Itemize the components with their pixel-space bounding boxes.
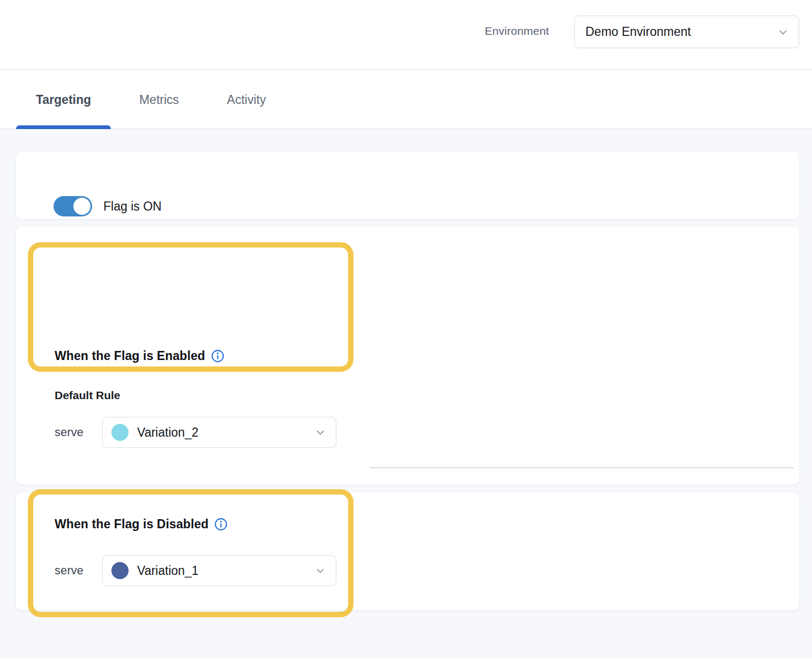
tab-activity[interactable]: Activity <box>211 70 282 129</box>
enabled-section-title: When the Flag is Enabled <box>55 349 205 363</box>
tab-activity-label: Activity <box>227 93 266 107</box>
header-bar: Environment Demo Environment <box>0 0 812 70</box>
info-icon[interactable] <box>214 518 228 531</box>
active-tab-underline <box>16 125 111 129</box>
tab-metrics-label: Metrics <box>139 93 179 107</box>
variation-2-dropdown[interactable]: Variation_2 <box>102 417 336 448</box>
section-divider <box>370 467 794 468</box>
toggle-knob <box>73 198 91 215</box>
chevron-down-icon <box>314 565 326 576</box>
environment-dropdown[interactable]: Demo Environment <box>574 16 799 48</box>
variation-1-dropdown[interactable]: Variation_1 <box>102 555 336 586</box>
variation-1-dropdown-value: Variation_1 <box>137 564 306 578</box>
tab-targeting[interactable]: Targeting <box>16 70 111 129</box>
environment-dropdown-value: Demo Environment <box>585 25 777 39</box>
flag-disabled-card: When the Flag is Disabled serve Variatio… <box>16 492 799 610</box>
serve-label: serve <box>55 564 102 578</box>
flag-status-label: Flag is ON <box>103 199 162 214</box>
flag-status-card: Flag is ON <box>16 152 799 219</box>
info-icon[interactable] <box>211 349 224 363</box>
disabled-section-title: When the Flag is Disabled <box>55 517 208 531</box>
disabled-section-heading: When the Flag is Disabled <box>55 517 228 531</box>
chevron-down-icon <box>777 26 789 38</box>
default-rule-serve-row: serve Variation_2 <box>55 417 336 448</box>
enabled-section-heading: When the Flag is Enabled <box>55 349 224 363</box>
feature-flag-page: Environment Demo Environment Targeting M… <box>0 0 812 659</box>
tab-bar: Targeting Metrics Activity <box>0 70 812 129</box>
serve-label: serve <box>55 425 102 439</box>
flag-toggle[interactable] <box>54 196 92 216</box>
tab-metrics[interactable]: Metrics <box>124 70 194 129</box>
variation-2-dropdown-value: Variation_2 <box>137 425 306 440</box>
variation-2-color-dot <box>111 424 129 441</box>
default-rule-label: Default Rule <box>55 389 121 402</box>
environment-label: Environment <box>485 25 549 38</box>
content-area: Flag is ON When the Flag is Enabled Defa… <box>0 130 812 659</box>
chevron-down-icon <box>314 426 326 438</box>
disabled-serve-row: serve Variation_1 <box>55 555 336 586</box>
tab-targeting-label: Targeting <box>36 93 91 107</box>
flag-enabled-card: When the Flag is Enabled Default Rule se… <box>16 227 799 484</box>
variation-1-color-dot <box>111 562 129 579</box>
